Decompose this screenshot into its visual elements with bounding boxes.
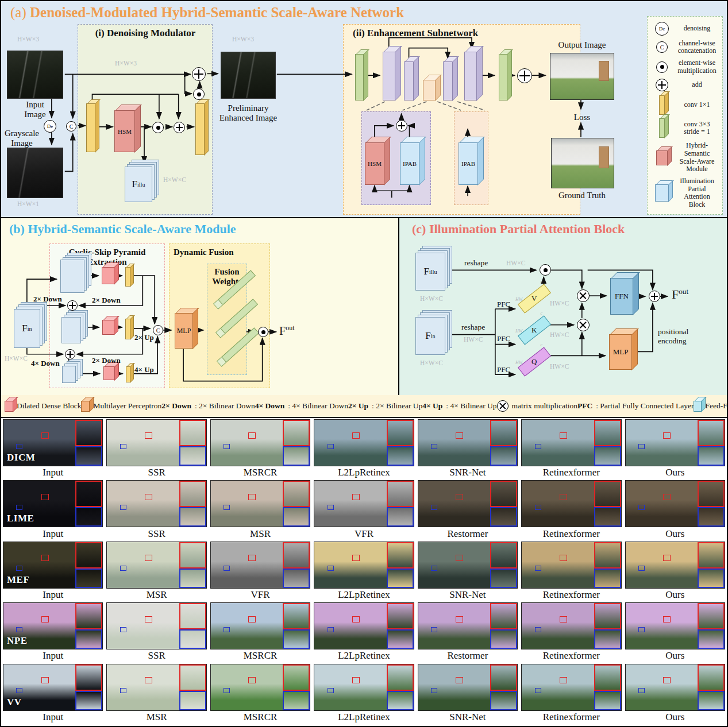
strip-legend-item: Feed-Forward Network [694, 401, 728, 412]
result-image [625, 480, 725, 527]
conv3x3-icon [659, 118, 665, 138]
roi-marker-red [663, 555, 671, 561]
mlp-block-c: MLP [609, 334, 632, 370]
comparison-cell: SSR [105, 418, 208, 479]
matmul-icon-1 [577, 289, 590, 302]
strip-term: 2× Up [348, 401, 368, 411]
f-in-dim-label: H×W×C [5, 355, 28, 362]
pyramid-stack-2 [61, 317, 81, 343]
inset-crop-blue [698, 446, 725, 466]
inset-crop-red [490, 664, 517, 691]
roi-marker-blue [431, 627, 437, 632]
key-slab: HWKc [518, 315, 551, 345]
roi-marker-blue [431, 444, 437, 449]
comparison-cell: L2LpRetinex [312, 418, 415, 479]
inset-crop-blue [490, 569, 517, 588]
hsm-block: HSM [114, 110, 135, 152]
method-label: MSRCR [210, 649, 310, 662]
positional-encoding-label: positional encoding [658, 327, 688, 346]
inset-crop-red [179, 481, 206, 507]
comparison-cell: Ours [623, 418, 727, 479]
value-slab: HWVc [518, 284, 551, 313]
panel-bc-row: (b) Hybrid-Semantic Scale-Aware Module [1, 218, 727, 395]
inset-crop-red [490, 542, 517, 569]
reshape-top-label: reshape [464, 258, 488, 268]
ground-truth-label: Ground Truth [550, 191, 614, 200]
strip-text: Dilated Dense Block [17, 401, 81, 411]
method-label: L2LpRetinex [314, 466, 414, 479]
roi-marker-red [145, 677, 152, 683]
strip-legend-item: 4× Down: 4× Bilinear Down [255, 401, 348, 411]
inset-crop-red [698, 481, 725, 507]
roi-marker-blue [535, 444, 541, 449]
inset-crop-blue [179, 507, 206, 527]
ipab-detail-label-1: IPAB [400, 143, 419, 184]
roi-marker-red [145, 432, 152, 439]
inset-crop-blue [698, 691, 725, 710]
inset-crop-red [387, 481, 414, 507]
result-image [106, 602, 206, 649]
result-image [418, 664, 518, 711]
legend-item: add [650, 78, 720, 92]
inset-crop-red [75, 664, 102, 691]
inset-crop-blue [594, 629, 621, 649]
conv1x1-slab-b3 [126, 366, 130, 382]
method-label: Restormer [418, 649, 518, 662]
fillu-dim-label: H×W×C [163, 176, 186, 183]
subnetwork-title: (ii) Enhancement Subnetwork [353, 28, 478, 39]
panel-ipab: (c) Illumination Partial Attention Block [399, 218, 727, 395]
reshape-bottom-label: reshape [461, 323, 485, 332]
multiply-icon-b [258, 327, 268, 337]
decoder-block-2 [443, 61, 453, 100]
pyramid-stack-3 [62, 366, 76, 383]
result-image [521, 480, 621, 527]
roi-marker-blue [224, 627, 230, 632]
roi-marker-red [456, 555, 463, 561]
up2-label: 2× Up [134, 333, 154, 342]
inset-crop-red [594, 420, 621, 446]
f-out-label-c: Fout [672, 287, 688, 302]
legend-icon-wrap: C [652, 41, 672, 53]
f-in-label-c: Fin [415, 317, 445, 355]
inset-crop-blue [490, 446, 517, 466]
inset-crop-red [179, 664, 206, 691]
add-icon [656, 79, 668, 91]
mlp-block-b: MLP [175, 313, 193, 349]
comparison-cell: Retinexformer [519, 418, 623, 479]
add-icon-b2 [65, 349, 75, 359]
method-label: Ours [625, 711, 725, 724]
roi-marker-red [352, 555, 360, 561]
down2-label-c: 2× Down [92, 356, 121, 365]
result-image [106, 480, 206, 527]
panel-overall-network: (a) Denoised-Modulated Hybrid-Semantic S… [1, 1, 727, 218]
dataset-tag: MEF [7, 574, 29, 586]
method-label: Retinexformer [521, 649, 621, 662]
comparison-cell: Retinexformer [519, 540, 623, 601]
method-label: Input [3, 589, 103, 601]
inset-crop-blue [283, 446, 310, 466]
method-label: Input [3, 527, 103, 540]
strip-legend-item: PFC: Partial Fully Connected Layer [577, 401, 694, 411]
roi-marker-blue [328, 627, 334, 632]
f-illu-label: Fillu [125, 167, 152, 202]
legend-icon-wrap [652, 118, 672, 138]
add-icon [174, 122, 185, 133]
encoder-block-2 [404, 61, 414, 100]
comparison-cell: L2LpRetinex [312, 540, 415, 601]
f-illu-stack-c: Fillu [415, 253, 445, 291]
comparison-cell: Ours [623, 479, 727, 540]
ipab-detail-label-2: IPAB [459, 143, 477, 184]
result-image [314, 419, 414, 466]
legend-item: Hybrid-Semantic Scale-Aware Module [650, 141, 720, 174]
hsm-detail-label: HSM [365, 143, 384, 184]
method-label: L2LpRetinex [314, 711, 414, 724]
dilated-dense-block-icon [5, 401, 13, 412]
inset-crop-red [283, 603, 310, 629]
inset-crop-blue [698, 629, 725, 649]
method-label: Ours [625, 527, 725, 540]
result-image: MEF [3, 542, 103, 589]
down2-label-a: 2× Down [33, 295, 62, 304]
roi-marker-red [145, 555, 152, 561]
matmul-icon [497, 400, 509, 412]
panel-a-title: (a) Denoised-Modulated Hybrid-Semantic S… [10, 5, 404, 21]
